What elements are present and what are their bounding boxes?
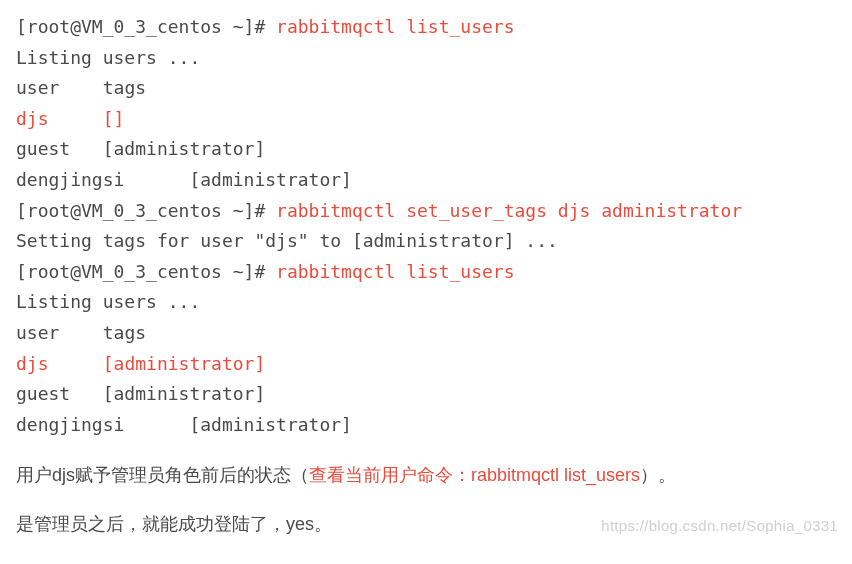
command-list-users-2: rabbitmqctl list_users — [276, 261, 514, 282]
prose-1-after: ）。 — [640, 465, 676, 485]
djs-tags-1: [] — [103, 108, 125, 129]
output-listing: Listing users ... — [16, 291, 200, 312]
prompt: [root@VM_0_3_centos ~]# — [16, 200, 276, 221]
terminal-output: [root@VM_0_3_centos ~]# rabbitmqctl list… — [16, 12, 836, 440]
guest-line-2: guest [administrator] — [16, 383, 265, 404]
col-user: user — [16, 322, 59, 343]
prose-1-before: 用户djs赋予管理员角色前后的状态（ — [16, 465, 309, 485]
prose-paragraph-1: 用户djs赋予管理员角色前后的状态（查看当前用户命令：rabbitmqctl l… — [16, 458, 836, 492]
prose-paragraph-2: 是管理员之后，就能成功登陆了，yes。 — [16, 507, 836, 541]
col-tags: tags — [103, 322, 146, 343]
prompt: [root@VM_0_3_centos ~]# — [16, 16, 276, 37]
col-user: user — [16, 77, 59, 98]
guest-line-1: guest [administrator] — [16, 138, 265, 159]
output-setting-tags: Setting tags for user "djs" to [administ… — [16, 230, 558, 251]
command-list-users-1: rabbitmqctl list_users — [276, 16, 514, 37]
col-tags: tags — [103, 77, 146, 98]
dengjingsi-line-1: dengjingsi [administrator] — [16, 169, 352, 190]
output-listing: Listing users ... — [16, 47, 200, 68]
prompt: [root@VM_0_3_centos ~]# — [16, 261, 276, 282]
dengjingsi-line-2: dengjingsi [administrator] — [16, 414, 352, 435]
djs-user-2: djs — [16, 353, 49, 374]
command-set-tags: rabbitmqctl set_user_tags djs administra… — [276, 200, 742, 221]
djs-tags-2: [administrator] — [103, 353, 266, 374]
prose-1-red: 查看当前用户命令：rabbitmqctl list_users — [309, 465, 640, 485]
djs-user-1: djs — [16, 108, 49, 129]
